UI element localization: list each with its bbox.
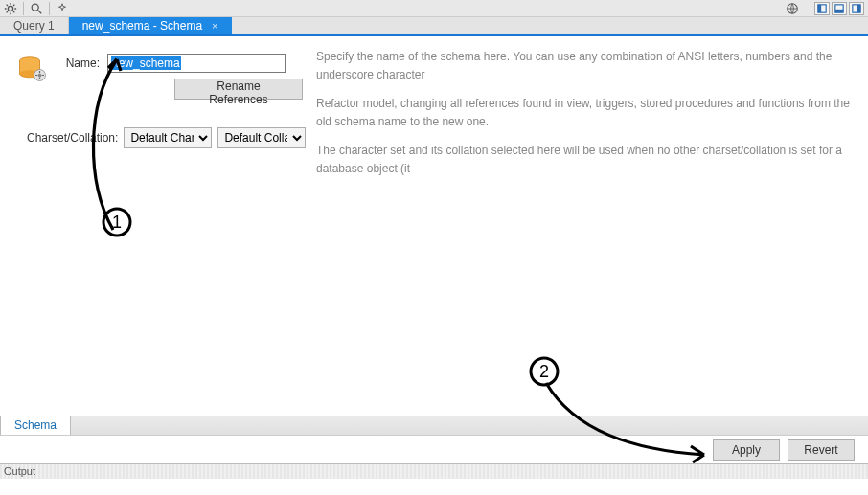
tab-query-1[interactable]: Query 1 — [0, 17, 69, 34]
svg-line-2 — [38, 10, 42, 13]
description-line: Refactor model, changing all references … — [316, 95, 857, 130]
toolbar-separator — [23, 2, 24, 15]
description-line: Specify the name of the schema here. You… — [316, 48, 857, 83]
tab-label: new_schema - Schema — [82, 19, 202, 33]
description-line: The character set and its collation sele… — [316, 142, 857, 177]
schema-tab[interactable]: Schema — [0, 416, 71, 435]
svg-rect-4 — [818, 5, 821, 12]
panel-toggle-2[interactable] — [832, 2, 847, 15]
panel-toggle-3[interactable] — [849, 2, 864, 15]
revert-button[interactable]: Revert — [788, 439, 855, 461]
svg-point-0 — [8, 6, 12, 11]
editor-tabs: Query 1 new_schema - Schema × — [0, 17, 868, 36]
tab-new-schema[interactable]: new_schema - Schema × — [69, 17, 232, 34]
tab-label: Query 1 — [13, 19, 55, 33]
name-label: Name: — [57, 56, 100, 70]
output-panel-header[interactable]: Output — [0, 463, 868, 479]
output-label: Output — [4, 465, 35, 477]
sparkle-icon[interactable] — [56, 2, 69, 15]
panel-toggle-1[interactable] — [814, 2, 830, 15]
charset-label: Charset/Collation: — [27, 131, 118, 145]
gear-icon[interactable] — [4, 2, 17, 15]
action-row: Apply Revert — [0, 435, 868, 463]
close-icon[interactable]: × — [212, 20, 217, 32]
bottom-tabstrip: Schema — [0, 416, 868, 435]
svg-point-13 — [38, 74, 42, 78]
svg-rect-6 — [835, 10, 843, 12]
description-panel: Specify the name of the schema here. You… — [303, 48, 857, 416]
svg-point-1 — [32, 4, 38, 11]
schema-icon — [8, 48, 57, 91]
apply-button[interactable]: Apply — [713, 439, 780, 461]
charset-select[interactable]: Default Charset — [124, 127, 212, 148]
zoom-icon[interactable] — [30, 2, 43, 15]
rename-references-button[interactable]: Rename References — [174, 79, 303, 100]
globe-icon[interactable] — [786, 2, 799, 15]
top-toolbar — [0, 0, 868, 17]
name-input-value: new_schema — [111, 56, 181, 70]
svg-rect-8 — [857, 5, 860, 12]
name-input[interactable]: new_schema — [107, 54, 286, 73]
toolbar-separator — [49, 2, 50, 15]
schema-editor: Name: new_schema Rename References Chars… — [0, 36, 868, 416]
collation-select[interactable]: Default Collation — [217, 127, 306, 148]
